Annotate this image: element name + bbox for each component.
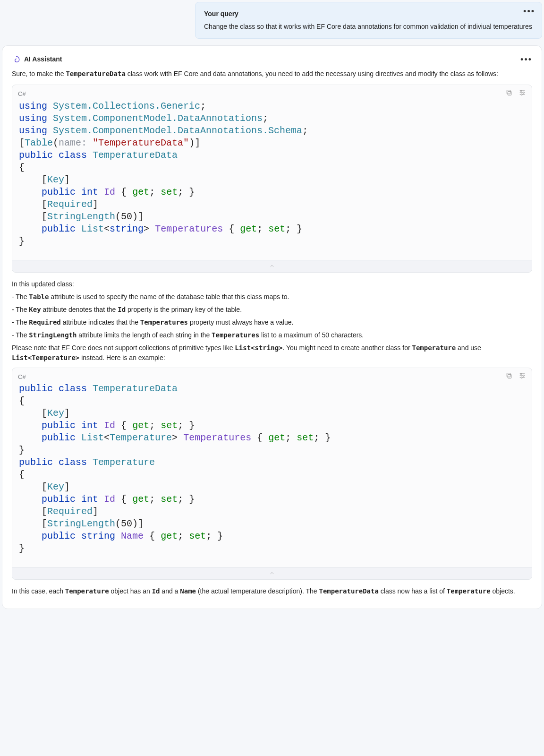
copy-icon[interactable]	[505, 89, 513, 99]
assistant-swirl-icon	[12, 55, 20, 64]
svg-rect-0	[508, 91, 511, 95]
svg-point-6	[523, 92, 524, 94]
code-lang-label: C#	[18, 372, 26, 382]
inline-code: TemperatureData	[66, 70, 125, 77]
more-icon[interactable]: •••	[520, 55, 532, 64]
code-block-1: C# using System.Collections.Generic; usi…	[12, 85, 532, 273]
explanation-2: In this case, each Temperature object ha…	[12, 586, 532, 596]
copy-icon[interactable]	[505, 372, 513, 382]
explain-lead: In this updated class:	[12, 279, 532, 289]
code-content-2[interactable]: public class TemperatureData { [Key] pub…	[12, 383, 532, 567]
svg-point-5	[520, 90, 522, 92]
more-icon[interactable]: •••	[523, 7, 535, 16]
assistant-answer-card: AI Assistant ••• Sure, to make the Tempe…	[2, 45, 542, 609]
collapse-toggle[interactable]	[12, 260, 532, 272]
svg-rect-8	[508, 374, 511, 378]
settings-icon[interactable]	[518, 372, 526, 382]
query-title: Your query	[204, 9, 533, 19]
user-query-bubble: Your query Change the class so that it w…	[195, 2, 542, 39]
explanation-1: In this updated class: - The Table attri…	[12, 279, 532, 363]
query-text: Change the class so that it works with E…	[204, 22, 533, 32]
collapse-toggle[interactable]	[12, 567, 532, 579]
text: Sure, to make the	[12, 70, 66, 77]
svg-rect-1	[507, 90, 510, 94]
text: class work with EF Core and data annotat…	[126, 70, 498, 77]
svg-point-7	[521, 94, 522, 95]
svg-rect-9	[507, 373, 510, 377]
svg-point-13	[520, 373, 522, 374]
intro-paragraph: Sure, to make the TemperatureData class …	[12, 69, 532, 79]
code-block-2: C# public class TemperatureData { [Key] …	[12, 368, 532, 580]
assistant-title: AI Assistant	[24, 54, 62, 64]
settings-icon[interactable]	[518, 89, 526, 99]
svg-point-15	[521, 377, 522, 378]
code-lang-label: C#	[18, 89, 26, 99]
svg-point-14	[523, 375, 524, 376]
code-content-1[interactable]: using System.Collections.Generic; using …	[12, 100, 532, 260]
